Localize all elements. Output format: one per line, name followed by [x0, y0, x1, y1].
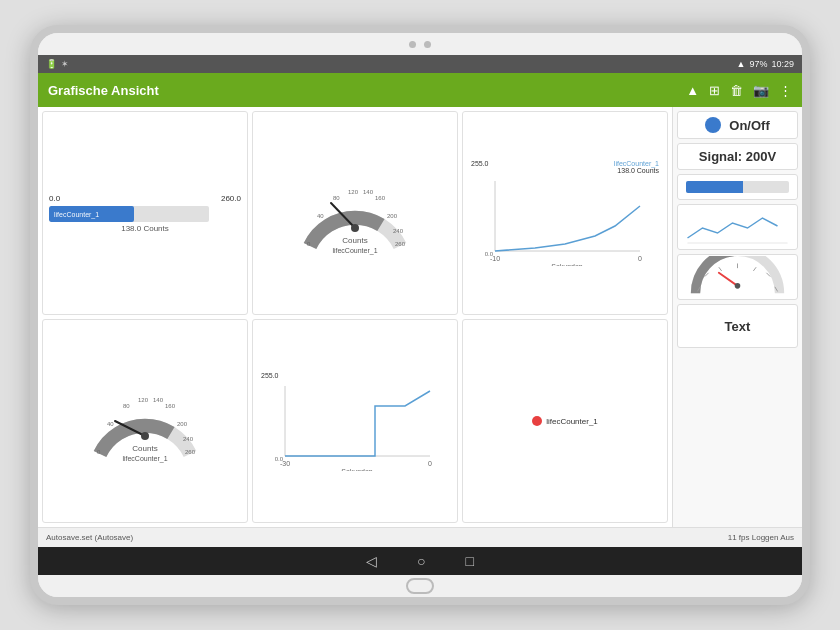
status-bar-left: 🔋 ✶ [46, 59, 69, 69]
signal-label: Signal: 200V [699, 149, 776, 164]
svg-text:260: 260 [185, 449, 196, 455]
back-button[interactable]: ◁ [366, 553, 377, 569]
svg-point-38 [735, 283, 741, 289]
gauge-top-unit-label: Counts [342, 236, 367, 245]
gauge-top-name-label: lifecCounter_1 [332, 247, 377, 255]
svg-line-37 [719, 273, 738, 286]
progress-header: 0.0 260.0 [49, 194, 241, 203]
trash-toolbar-icon[interactable]: 🗑 [730, 83, 743, 98]
mini-gauge-widget[interactable] [677, 254, 798, 300]
gauge-top-svg: Counts lifecCounter_1 0 40 80 120 140 16… [295, 168, 415, 258]
svg-text:0.0: 0.0 [275, 456, 284, 462]
progress-bar-label: lifecCounter_1 [51, 209, 102, 218]
bluetooth-icon: ✶ [61, 59, 69, 69]
wifi-toolbar-icon[interactable]: ▲ [686, 83, 699, 98]
svg-text:160: 160 [375, 195, 386, 201]
svg-text:40: 40 [107, 421, 114, 427]
svg-text:240: 240 [183, 436, 194, 442]
chart-bottom-widget: 255.0 -30 0 Sekunden 0.0 [252, 319, 458, 523]
svg-text:0: 0 [428, 460, 432, 467]
svg-text:200: 200 [387, 213, 398, 219]
svg-text:80: 80 [123, 403, 130, 409]
svg-text:260: 260 [395, 241, 406, 247]
battery-status-icon: 🔋 [46, 59, 57, 69]
camera-toolbar-icon[interactable]: 📷 [753, 83, 769, 98]
battery-pct: 97% [749, 59, 767, 69]
mini-chart-widget[interactable] [677, 204, 798, 250]
camera-dot-1 [409, 41, 416, 48]
svg-text:80: 80 [333, 195, 340, 201]
onoff-label: On/Off [729, 118, 769, 133]
more-toolbar-icon[interactable]: ⋮ [779, 83, 792, 98]
wifi-status-icon: ▲ [737, 59, 746, 69]
dashboard: 0.0 260.0 lifecCounter_1 ↑ 138.0 Counts [38, 107, 672, 527]
svg-text:140: 140 [363, 189, 374, 195]
recents-button[interactable]: □ [466, 553, 474, 569]
signal-widget[interactable]: Signal: 200V [677, 143, 798, 170]
svg-text:160: 160 [165, 403, 176, 409]
onoff-dot-icon [705, 117, 721, 133]
chart-top-series-name: lifecCounter_1 [614, 160, 659, 167]
right-panel: On/Off Signal: 200V [672, 107, 802, 527]
bar-widget[interactable] [677, 174, 798, 200]
gauge-top-container: Counts lifecCounter_1 0 40 80 120 140 16… [257, 116, 453, 310]
camera-dot-2 [424, 41, 431, 48]
svg-text:Sekunden: Sekunden [551, 263, 583, 266]
toolbar-title: Grafische Ansicht [48, 83, 686, 98]
mini-chart-svg [682, 208, 793, 246]
mini-gauge-svg [686, 256, 789, 298]
gauge-bottom-svg: Counts lifecCounter_1 0 40 80 120 140 16… [85, 376, 205, 466]
bottom-status-bar: Autosave.set (Autosave) 11 fps Loggen Au… [38, 527, 802, 547]
svg-text:140: 140 [153, 397, 164, 403]
mini-bar-background [686, 181, 789, 193]
text-widget[interactable]: Text [677, 304, 798, 348]
chart-top-series-val: 138.0 Counts [614, 167, 659, 174]
status-bar-right: ▲ 97% 10:29 [737, 59, 794, 69]
chart-bottom-title-row: 255.0 [261, 372, 449, 379]
legend-label: lifecCounter_1 [546, 417, 598, 426]
tablet-device: 🔋 ✶ ▲ 97% 10:29 Grafische Ansicht ▲ ⊞ 🗑 … [30, 25, 810, 605]
grid-toolbar-icon[interactable]: ⊞ [709, 83, 720, 98]
progress-value: 138.0 Counts [49, 224, 241, 233]
app-toolbar: Grafische Ansicht ▲ ⊞ 🗑 📷 ⋮ [38, 73, 802, 107]
svg-text:120: 120 [348, 189, 359, 195]
status-bar: 🔋 ✶ ▲ 97% 10:29 [38, 55, 802, 73]
progress-bar-widget: 0.0 260.0 lifecCounter_1 ↑ 138.0 Counts [42, 111, 248, 315]
text-widget-label: Text [725, 319, 751, 334]
mini-bar-fill [686, 181, 743, 193]
autosave-label: Autosave.set (Autosave) [46, 533, 133, 542]
nav-bar: ◁ ○ □ [38, 547, 802, 575]
gauge-top-widget: Counts lifecCounter_1 0 40 80 120 140 16… [252, 111, 458, 315]
legend-widget: lifecCounter_1 [462, 319, 668, 523]
svg-line-41 [719, 267, 722, 271]
svg-text:0: 0 [638, 255, 642, 262]
progress-min: 0.0 [49, 194, 60, 203]
home-physical-button [406, 578, 434, 594]
chart-top-widget: 255.0 lifecCounter_1 138.0 Counts [462, 111, 668, 315]
onoff-widget[interactable]: On/Off [677, 111, 798, 139]
svg-text:120: 120 [138, 397, 149, 403]
legend-row: lifecCounter_1 [532, 416, 598, 426]
chart-top-legend: lifecCounter_1 138.0 Counts [614, 160, 659, 174]
svg-text:lifecCounter_1: lifecCounter_1 [122, 455, 167, 463]
svg-text:0.0: 0.0 [485, 251, 494, 257]
toolbar-icons: ▲ ⊞ 🗑 📷 ⋮ [686, 83, 792, 98]
tablet-top-bar [38, 33, 802, 55]
tablet-bottom-bar [38, 575, 802, 597]
home-button[interactable]: ○ [417, 553, 425, 569]
screen: 🔋 ✶ ▲ 97% 10:29 Grafische Ansicht ▲ ⊞ 🗑 … [38, 55, 802, 575]
main-content: 0.0 260.0 lifecCounter_1 ↑ 138.0 Counts [38, 107, 802, 527]
svg-line-43 [753, 267, 756, 271]
gauge-bottom-container: Counts lifecCounter_1 0 40 80 120 140 16… [47, 324, 243, 518]
chart-bottom-y-max: 255.0 [261, 372, 279, 379]
svg-text:40: 40 [317, 213, 324, 219]
svg-text:Counts: Counts [132, 444, 157, 453]
chart-top-svg: -10 0 Sekunden 0.0 [471, 176, 659, 266]
legend-dot-icon [532, 416, 542, 426]
svg-text:Sekunden: Sekunden [341, 468, 373, 471]
svg-point-20 [141, 432, 149, 440]
svg-text:200: 200 [177, 421, 188, 427]
chart-bottom-svg: -30 0 Sekunden 0.0 [261, 381, 449, 471]
progress-max: 260.0 [221, 194, 241, 203]
progress-bar-container: lifecCounter_1 [49, 206, 209, 222]
